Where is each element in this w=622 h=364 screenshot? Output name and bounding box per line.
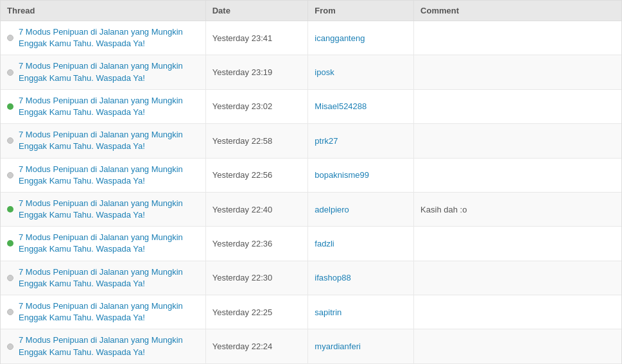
from-cell: ifashop88 xyxy=(308,261,414,295)
comment-cell: Kasih dah :o xyxy=(414,192,621,226)
thread-cell-container: 7 Modus Penipuan di Jalanan yang Mungkin… xyxy=(1,295,205,329)
table-header-row: Thread Date From Comment xyxy=(1,1,621,21)
comment-cell xyxy=(414,295,621,329)
table-row: 7 Modus Penipuan di Jalanan yang Mungkin… xyxy=(1,295,621,329)
status-dot xyxy=(7,35,13,41)
thread-link[interactable]: 7 Modus Penipuan di Jalanan yang Mungkin… xyxy=(19,334,199,358)
comment-cell xyxy=(414,158,621,192)
thread-link[interactable]: 7 Modus Penipuan di Jalanan yang Mungkin… xyxy=(19,60,199,83)
thread-link[interactable]: 7 Modus Penipuan di Jalanan yang Mungkin… xyxy=(19,129,199,152)
status-dot xyxy=(7,172,13,178)
date-cell: Yesterday 23:02 xyxy=(205,89,308,123)
from-link[interactable]: ptrk27 xyxy=(315,136,338,146)
status-dot xyxy=(7,275,13,281)
table-row: 7 Modus Penipuan di Jalanan yang Mungkin… xyxy=(1,124,621,158)
comment-cell xyxy=(414,124,621,158)
from-link[interactable]: myardianferi xyxy=(315,342,361,351)
date-cell: Yesterday 23:41 xyxy=(205,21,308,55)
table-row: 7 Modus Penipuan di Jalanan yang Mungkin… xyxy=(1,329,621,363)
thread-cell-container: 7 Modus Penipuan di Jalanan yang Mungkin… xyxy=(1,21,205,55)
from-link[interactable]: adelpiero xyxy=(315,205,349,214)
status-dot xyxy=(7,69,13,76)
table-row: 7 Modus Penipuan di Jalanan yang Mungkin… xyxy=(1,227,621,261)
thread-cell-container: 7 Modus Penipuan di Jalanan yang Mungkin… xyxy=(1,124,205,158)
from-cell: ptrk27 xyxy=(308,124,414,158)
table-row: 7 Modus Penipuan di Jalanan yang Mungkin… xyxy=(1,192,621,226)
date-cell: Yesterday 22:24 xyxy=(205,329,308,363)
from-cell: myardianferi xyxy=(308,329,414,363)
table-row: 7 Modus Penipuan di Jalanan yang Mungkin… xyxy=(1,158,621,192)
table-row: 7 Modus Penipuan di Jalanan yang Mungkin… xyxy=(1,261,621,295)
thread-link[interactable]: 7 Modus Penipuan di Jalanan yang Mungkin… xyxy=(19,164,199,187)
status-dot xyxy=(7,343,13,350)
comment-cell xyxy=(414,89,621,123)
thread-link[interactable]: 7 Modus Penipuan di Jalanan yang Mungkin… xyxy=(19,26,199,49)
from-cell: fadzli xyxy=(308,227,414,261)
date-cell: Yesterday 22:40 xyxy=(205,192,308,226)
status-dot xyxy=(7,240,13,247)
comment-cell xyxy=(414,21,621,55)
header-date: Date xyxy=(205,1,308,21)
thread-cell-container: 7 Modus Penipuan di Jalanan yang Mungkin… xyxy=(1,329,205,363)
main-table-container: Thread Date From Comment 7 Modus Penipua… xyxy=(0,0,622,364)
table-body: 7 Modus Penipuan di Jalanan yang Mungkin… xyxy=(1,21,621,364)
table-row: 7 Modus Penipuan di Jalanan yang Mungkin… xyxy=(1,89,621,123)
thread-link[interactable]: 7 Modus Penipuan di Jalanan yang Mungkin… xyxy=(19,266,199,290)
thread-cell-container: 7 Modus Penipuan di Jalanan yang Mungkin… xyxy=(1,55,205,89)
status-dot xyxy=(7,206,13,212)
header-thread: Thread xyxy=(1,1,205,21)
comment-cell xyxy=(414,329,621,363)
from-cell: Misael524288 xyxy=(308,89,414,123)
date-cell: Yesterday 22:30 xyxy=(205,261,308,295)
from-link[interactable]: icangganteng xyxy=(315,33,365,43)
from-cell: sapitrin xyxy=(308,295,414,329)
thread-link[interactable]: 7 Modus Penipuan di Jalanan yang Mungkin… xyxy=(19,232,199,255)
from-link[interactable]: sapitrin xyxy=(315,308,341,317)
header-comment: Comment xyxy=(414,1,621,21)
table-row: 7 Modus Penipuan di Jalanan yang Mungkin… xyxy=(1,55,621,89)
from-link[interactable]: ifashop88 xyxy=(315,273,350,282)
comment-cell xyxy=(414,55,621,89)
threads-table: Thread Date From Comment 7 Modus Penipua… xyxy=(1,1,621,364)
date-cell: Yesterday 22:58 xyxy=(205,124,308,158)
status-dot xyxy=(7,103,13,110)
date-cell: Yesterday 22:25 xyxy=(205,295,308,329)
thread-cell-container: 7 Modus Penipuan di Jalanan yang Mungkin… xyxy=(1,227,205,261)
status-dot xyxy=(7,309,13,315)
thread-link[interactable]: 7 Modus Penipuan di Jalanan yang Mungkin… xyxy=(19,300,199,324)
from-link[interactable]: Misael524288 xyxy=(315,101,367,111)
date-cell: Yesterday 23:19 xyxy=(205,55,308,89)
from-cell: icangganteng xyxy=(308,21,414,55)
from-cell: bopaknisme99 xyxy=(308,158,414,192)
from-cell: iposk xyxy=(308,55,414,89)
thread-cell-container: 7 Modus Penipuan di Jalanan yang Mungkin… xyxy=(1,158,205,192)
date-cell: Yesterday 22:36 xyxy=(205,227,308,261)
date-cell: Yesterday 22:56 xyxy=(205,158,308,192)
from-cell: adelpiero xyxy=(308,192,414,226)
table-row: 7 Modus Penipuan di Jalanan yang Mungkin… xyxy=(1,21,621,55)
comment-cell xyxy=(414,261,621,295)
from-link[interactable]: fadzli xyxy=(315,239,334,248)
thread-cell-container: 7 Modus Penipuan di Jalanan yang Mungkin… xyxy=(1,89,205,123)
comment-cell xyxy=(414,227,621,261)
thread-cell-container: 7 Modus Penipuan di Jalanan yang Mungkin… xyxy=(1,261,205,295)
thread-link[interactable]: 7 Modus Penipuan di Jalanan yang Mungkin… xyxy=(19,95,199,118)
from-link[interactable]: bopaknisme99 xyxy=(315,170,369,180)
header-from: From xyxy=(308,1,414,21)
from-link[interactable]: iposk xyxy=(315,67,334,77)
status-dot xyxy=(7,137,13,144)
thread-cell-container: 7 Modus Penipuan di Jalanan yang Mungkin… xyxy=(1,192,205,226)
thread-link[interactable]: 7 Modus Penipuan di Jalanan yang Mungkin… xyxy=(19,198,199,221)
